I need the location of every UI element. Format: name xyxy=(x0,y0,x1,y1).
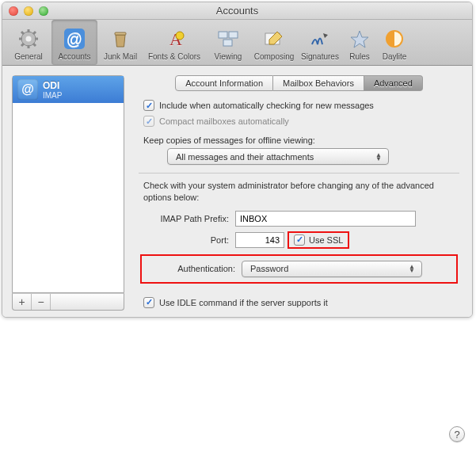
toolbar-label: Rules xyxy=(349,52,370,61)
auth-value: Password xyxy=(250,264,288,273)
idle-label: Use IDLE command if the server supports … xyxy=(159,298,328,307)
toolbar-label: Fonts & Colors xyxy=(148,52,200,61)
toolbar-label: Daylite xyxy=(383,52,407,61)
zoom-window-button[interactable] xyxy=(39,6,48,16)
accounts-list[interactable]: @ ODI IMAP xyxy=(12,75,124,293)
content: @ ODI IMAP + − Account Information Mailb… xyxy=(2,66,472,317)
imap-prefix-input[interactable] xyxy=(235,211,416,227)
idle-row: ✓ Use IDLE command if the server support… xyxy=(135,295,463,311)
signature-icon xyxy=(307,26,333,51)
viewing-icon xyxy=(215,26,241,51)
auth-label: Authentication: xyxy=(147,264,242,273)
toolbar-rules[interactable]: Rules xyxy=(343,20,376,65)
include-checking-label: Include when automatically checking for … xyxy=(159,101,374,110)
preferences-window: Accounts General @ Accounts Junk Mail A … xyxy=(2,2,473,318)
toolbar-label: General xyxy=(14,52,43,61)
svg-rect-15 xyxy=(219,32,227,38)
rules-icon xyxy=(347,26,372,51)
updown-arrows-icon: ▲▼ xyxy=(372,151,385,163)
window-controls xyxy=(2,6,48,16)
remove-account-button[interactable]: − xyxy=(32,294,51,310)
compact-row: ✓ Compact mailboxes automatically xyxy=(135,113,463,129)
divider xyxy=(139,173,459,174)
use-ssl-checkbox[interactable]: ✓ xyxy=(294,235,305,246)
svg-rect-16 xyxy=(229,32,238,38)
fonts-icon: A xyxy=(162,26,187,51)
toolbar-fonts[interactable]: A Fonts & Colors xyxy=(143,20,205,65)
toolbar-daylite[interactable]: Daylite xyxy=(376,20,413,65)
keep-copies-select[interactable]: All messages and their attachments ▲▼ xyxy=(167,148,389,165)
toolbar-label: Viewing xyxy=(215,52,242,61)
toolbar-label: Accounts xyxy=(58,52,90,61)
tab-mailbox-behaviors[interactable]: Mailbox Behaviors xyxy=(273,75,364,91)
auth-select[interactable]: Password ▲▼ xyxy=(242,261,422,277)
help-label: ? xyxy=(454,429,459,440)
sidebar-footer: + − xyxy=(12,293,124,311)
svg-point-1 xyxy=(26,36,32,41)
account-row[interactable]: @ ODI IMAP xyxy=(13,76,124,103)
at-sign-icon: @ xyxy=(17,79,38,100)
updown-arrows-icon: ▲▼ xyxy=(406,262,418,275)
toolbar-accounts[interactable]: @ Accounts xyxy=(51,20,97,65)
port-row: Port: ✓ Use SSL xyxy=(135,229,463,251)
toolbar-signatures[interactable]: Signatures xyxy=(297,20,343,65)
tab-account-information[interactable]: Account Information xyxy=(175,75,273,91)
svg-rect-12 xyxy=(115,32,126,35)
daylite-icon xyxy=(382,26,407,51)
minimize-window-button[interactable] xyxy=(24,6,33,16)
ssl-highlight: ✓ Use SSL xyxy=(288,231,349,249)
account-name: ODI xyxy=(43,80,62,91)
tab-advanced[interactable]: Advanced xyxy=(364,75,423,91)
accounts-sidebar: @ ODI IMAP + − xyxy=(12,75,124,311)
window-title: Accounts xyxy=(2,5,472,17)
compact-checkbox: ✓ xyxy=(143,116,154,127)
gear-icon xyxy=(16,26,41,51)
svg-text:@: @ xyxy=(67,30,82,48)
account-protocol: IMAP xyxy=(43,91,62,100)
close-window-button[interactable] xyxy=(9,6,18,16)
admin-hint: Check with your system administrator bef… xyxy=(135,180,463,208)
include-checking-checkbox[interactable]: ✓ xyxy=(143,100,154,111)
imap-prefix-row: IMAP Path Prefix: xyxy=(135,208,463,229)
port-input[interactable] xyxy=(235,232,284,248)
svg-line-7 xyxy=(33,44,36,46)
svg-point-14 xyxy=(176,32,184,40)
svg-line-9 xyxy=(33,32,36,34)
use-ssl-label: Use SSL xyxy=(309,235,343,245)
idle-checkbox[interactable]: ✓ xyxy=(143,297,154,308)
keep-copies-value: All messages and their attachments xyxy=(176,152,314,162)
toolbar-composing[interactable]: Composing xyxy=(251,20,297,65)
svg-line-6 xyxy=(21,32,24,34)
toolbar-general[interactable]: General xyxy=(6,20,51,65)
svg-line-8 xyxy=(21,44,24,46)
preferences-toolbar: General @ Accounts Junk Mail A Fonts & C… xyxy=(2,20,472,66)
tab-bar: Account Information Mailbox Behaviors Ad… xyxy=(135,75,463,91)
auth-row: Authentication: Password ▲▼ xyxy=(142,258,456,280)
toolbar-junk[interactable]: Junk Mail xyxy=(97,20,143,65)
toolbar-label: Junk Mail xyxy=(104,52,137,61)
svg-rect-17 xyxy=(223,40,232,46)
compose-icon xyxy=(261,26,287,51)
toolbar-label: Composing xyxy=(254,52,295,61)
trash-icon xyxy=(108,26,133,51)
toolbar-viewing[interactable]: Viewing xyxy=(205,20,251,65)
imap-prefix-label: IMAP Path Prefix: xyxy=(140,214,235,223)
toolbar-label: Signatures xyxy=(301,52,339,61)
keep-copies-label: Keep copies of messages for offline view… xyxy=(135,129,463,148)
advanced-pane: Account Information Mailbox Behaviors Ad… xyxy=(124,75,463,311)
port-label: Port: xyxy=(140,235,235,245)
help-button[interactable]: ? xyxy=(449,426,465,442)
compact-label: Compact mailboxes automatically xyxy=(159,116,289,126)
add-account-button[interactable]: + xyxy=(13,294,32,310)
at-sign-icon: @ xyxy=(62,26,87,51)
include-checking-row: ✓ Include when automatically checking fo… xyxy=(135,97,463,113)
account-text: ODI IMAP xyxy=(43,80,62,100)
auth-highlight: Authentication: Password ▲▼ xyxy=(140,254,458,284)
titlebar: Accounts xyxy=(2,2,472,20)
